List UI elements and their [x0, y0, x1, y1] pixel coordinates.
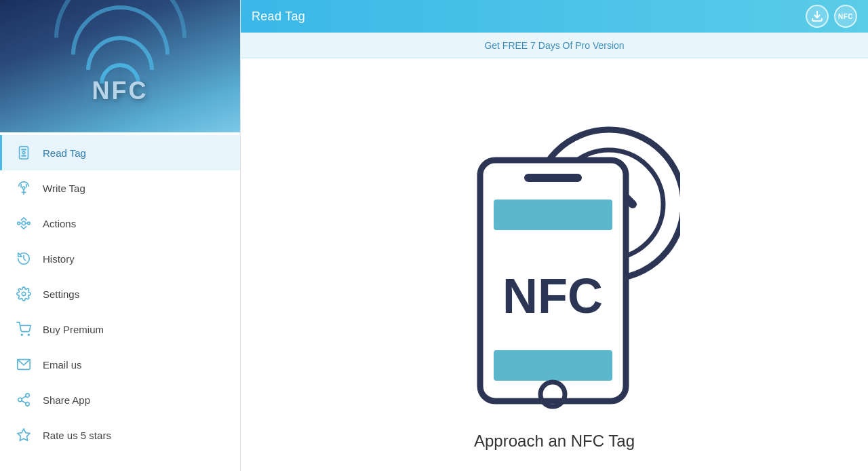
svg-point-7 — [22, 221, 26, 225]
nfc-write-icon — [16, 180, 32, 196]
nfc-settings-button[interactable]: NFC — [834, 5, 857, 28]
svg-line-20 — [22, 396, 26, 399]
approach-text: Approach an NFC Tag — [474, 432, 635, 451]
sidebar-item-write-tag[interactable]: Write Tag — [0, 170, 240, 206]
sidebar: NFC Read Tag Write Tag Actions — [0, 0, 241, 471]
svg-line-19 — [22, 400, 26, 403]
content-area: NFC Approach an NFC Tag — [241, 58, 868, 471]
promo-text: Get FREE 7 Days Of Pro Version — [484, 40, 624, 51]
svg-rect-27 — [524, 174, 582, 182]
svg-rect-28 — [494, 200, 612, 230]
sidebar-item-read-tag[interactable]: Read Tag — [0, 135, 240, 170]
share-icon — [16, 392, 32, 408]
topbar-title: Read Tag — [252, 10, 305, 24]
svg-point-14 — [28, 334, 29, 335]
star-icon — [16, 427, 32, 443]
nfc-illustration: NFC — [429, 79, 680, 425]
svg-text:NFC: NFC — [502, 269, 603, 323]
wifi-arcs: NFC — [45, 22, 195, 111]
sidebar-item-buy-premium[interactable]: Buy Premium — [0, 312, 240, 347]
main-panel: Read Tag NFC Get FREE 7 Days Of Pro Vers… — [241, 0, 868, 471]
sidebar-menu: Read Tag Write Tag Actions History — [0, 132, 240, 471]
sidebar-item-rate-us[interactable]: Rate us 5 stars — [0, 417, 240, 453]
svg-marker-21 — [18, 429, 30, 440]
sidebar-item-history-label: History — [43, 253, 75, 265]
sidebar-item-actions-label: Actions — [43, 218, 76, 229]
promo-bar[interactable]: Get FREE 7 Days Of Pro Version — [241, 33, 868, 58]
topbar-actions: NFC — [806, 5, 857, 28]
svg-rect-30 — [494, 350, 612, 381]
nfc-hero-graphic: NFC — [45, 22, 195, 111]
sidebar-item-share-app[interactable]: Share App — [0, 382, 240, 417]
email-icon — [16, 356, 32, 373]
sidebar-item-email-us[interactable]: Email us — [0, 347, 240, 382]
sidebar-item-actions[interactable]: Actions — [0, 206, 240, 241]
sidebar-item-email-us-label: Email us — [43, 359, 82, 371]
topbar: Read Tag NFC — [241, 0, 868, 33]
download-button[interactable] — [806, 5, 829, 28]
cart-icon — [16, 321, 32, 337]
sidebar-item-share-app-label: Share App — [43, 394, 90, 406]
svg-point-13 — [21, 334, 22, 335]
svg-rect-0 — [20, 147, 28, 159]
nfc-hero-text: NFC — [92, 77, 149, 105]
svg-point-12 — [22, 292, 26, 296]
sidebar-item-buy-premium-label: Buy Premium — [43, 324, 104, 335]
sidebar-item-rate-us-label: Rate us 5 stars — [43, 430, 111, 441]
actions-icon — [16, 215, 32, 231]
settings-icon — [16, 286, 32, 302]
sidebar-item-settings[interactable]: Settings — [0, 276, 240, 312]
sidebar-item-write-tag-label: Write Tag — [43, 183, 85, 194]
history-icon — [16, 250, 32, 267]
sidebar-hero: NFC — [0, 0, 240, 132]
nfc-read-icon — [16, 145, 32, 161]
svg-point-3 — [22, 151, 25, 154]
sidebar-item-read-tag-label: Read Tag — [43, 147, 86, 159]
sidebar-item-history[interactable]: History — [0, 241, 240, 276]
sidebar-item-settings-label: Settings — [43, 288, 79, 300]
